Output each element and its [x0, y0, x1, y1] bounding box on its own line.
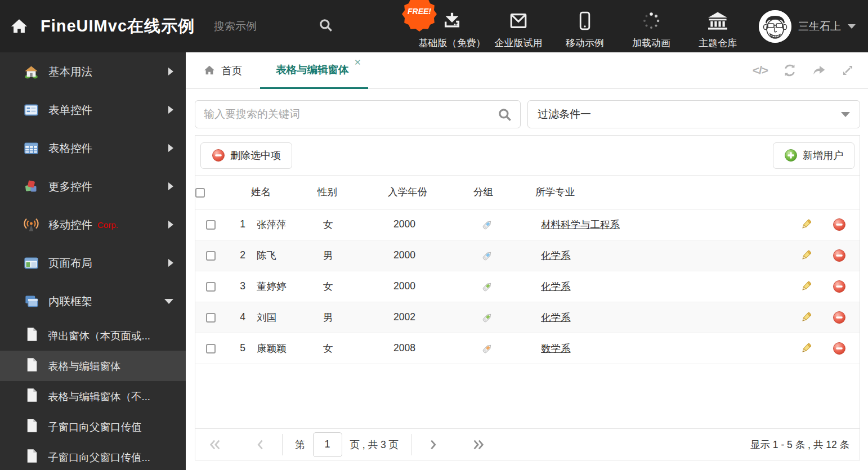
major-link[interactable]: 化学系: [541, 312, 571, 323]
sidebar-subitem-grid-edit-window-2[interactable]: 表格与编辑窗体（不...: [0, 381, 186, 411]
sidebar-subitem-label: 子窗口向父窗口传值...: [48, 450, 150, 464]
sidebar-subitem-popup-window[interactable]: 弹出窗体（本页面或...: [0, 320, 186, 351]
edit-icon[interactable]: [800, 218, 813, 231]
app-title: FineUIMvc在线示例: [41, 15, 195, 38]
free-badge: FREE!: [402, 0, 437, 32]
tab-grid-edit-window[interactable]: 表格与编辑窗体 ✕: [260, 52, 368, 89]
refresh-icon[interactable]: [782, 63, 797, 78]
avatar: [759, 10, 791, 43]
last-page-button[interactable]: [469, 438, 488, 451]
delete-selected-button[interactable]: 删除选中项: [200, 142, 292, 169]
sidebar-subitem-grid-edit-window[interactable]: 表格与编辑窗体: [0, 351, 186, 381]
sidebar-item-inline-frame[interactable]: 内联框架: [0, 282, 186, 320]
expand-icon[interactable]: [841, 64, 854, 77]
source-code-icon[interactable]: </>: [753, 64, 768, 77]
table-row[interactable]: 1 张萍萍 女 2000 材料科学与工程系: [195, 209, 860, 240]
filter-dropdown[interactable]: 过滤条件一: [527, 100, 860, 128]
sidebar-item-grid-controls[interactable]: 表格控件: [0, 129, 186, 167]
cell-name: 陈飞: [251, 240, 317, 271]
row-checkbox[interactable]: [206, 313, 216, 323]
next-page-button[interactable]: [424, 438, 443, 451]
share-icon[interactable]: [812, 63, 826, 78]
chevron-down-icon: [164, 299, 173, 304]
major-link[interactable]: 材料科学与工程系: [541, 219, 620, 230]
row-checkbox[interactable]: [206, 344, 216, 353]
delete-icon[interactable]: [833, 218, 846, 231]
row-checkbox[interactable]: [206, 282, 216, 292]
sidebar-item-label: 内联框架: [48, 294, 92, 309]
header-search-input[interactable]: [214, 20, 298, 33]
keyword-search-box: [195, 100, 521, 128]
delete-icon[interactable]: [833, 280, 846, 293]
tag-icon: [481, 218, 494, 231]
table-row[interactable]: 3 董婷婷 女 2000 化学系: [195, 271, 860, 302]
delete-icon[interactable]: [833, 342, 846, 355]
nav-item-enterprise-trial[interactable]: 企业版试用: [485, 3, 552, 50]
bank-icon: [707, 11, 728, 33]
keyword-search-input[interactable]: [204, 108, 494, 120]
major-link[interactable]: 化学系: [541, 250, 571, 261]
table-body: 1 张萍萍 女 2000 材料科学与工程系: [195, 209, 860, 364]
row-checkbox[interactable]: [206, 251, 216, 261]
edit-icon[interactable]: [800, 342, 813, 355]
search-icon[interactable]: [319, 18, 333, 35]
sidebar-item-basic-usage[interactable]: 基本用法: [0, 52, 186, 91]
sidebar-subitem-child-to-parent-2[interactable]: 子窗口向父窗口传值...: [0, 442, 186, 470]
app-window: FineUIMvc在线示例 FREE! 基础版（免费）: [0, 0, 868, 470]
sidebar-item-mobile-controls[interactable]: 移动控件 Corp.: [0, 205, 186, 244]
nav-item-mobile-demo[interactable]: 移动示例: [552, 3, 618, 50]
cell-year: 2000: [388, 271, 473, 302]
divider: [411, 434, 411, 455]
search-icon[interactable]: [498, 108, 512, 124]
edit-icon[interactable]: [800, 311, 813, 324]
main-content: 首页 表格与编辑窗体 ✕ </>: [186, 52, 868, 470]
major-link[interactable]: 化学系: [541, 281, 571, 292]
tab-bar: 首页 表格与编辑窗体 ✕ </>: [186, 52, 868, 89]
nav-label: 主题仓库: [699, 37, 737, 50]
chevron-right-icon: [168, 68, 173, 75]
nav-label: 加载动画: [632, 37, 670, 50]
delete-icon[interactable]: [833, 249, 846, 262]
page-number-input[interactable]: [313, 432, 342, 457]
row-index: 5: [226, 333, 251, 364]
tab-home[interactable]: 首页: [194, 52, 251, 89]
table-row[interactable]: 4 刘国 男 2002 化学系: [195, 302, 860, 333]
prev-page-button[interactable]: [250, 438, 270, 451]
nav-item-basic-free[interactable]: FREE! 基础版（免费）: [419, 3, 485, 50]
chevron-right-icon: [168, 182, 173, 190]
home-icon[interactable]: [9, 17, 29, 36]
delete-icon[interactable]: [833, 311, 846, 324]
sidebar-item-page-layout[interactable]: 页面布局: [0, 244, 186, 282]
spinner-icon: [642, 11, 661, 33]
nav-label: 移动示例: [566, 37, 604, 50]
column-index: [226, 176, 251, 209]
first-page-button[interactable]: [205, 438, 225, 451]
tab-label: 首页: [221, 64, 242, 78]
nav-item-theme-repo[interactable]: 主题仓库: [684, 3, 751, 50]
table-row[interactable]: 5 康颖颖 女 2008 数学系: [195, 333, 860, 364]
cell-gender: 男: [317, 302, 388, 333]
table-row[interactable]: 2 陈飞 男 2000 化学系: [195, 240, 860, 271]
edit-icon[interactable]: [800, 280, 813, 293]
user-menu[interactable]: 三生石上: [759, 10, 856, 43]
sidebar-item-form-controls[interactable]: 表单控件: [0, 91, 186, 129]
major-link[interactable]: 数学系: [541, 343, 571, 354]
close-icon[interactable]: ✕: [354, 57, 361, 68]
mail-icon: [508, 11, 529, 33]
add-user-button[interactable]: 新增用户: [773, 142, 854, 169]
download-icon: [442, 11, 462, 33]
cell-year: 2008: [388, 333, 473, 364]
edit-icon[interactable]: [800, 249, 813, 262]
nav-item-loading-animation[interactable]: 加载动画: [618, 3, 684, 50]
row-checkbox[interactable]: [206, 220, 216, 230]
sidebar-subitem-child-to-parent[interactable]: 子窗口向父窗口传值: [0, 411, 186, 442]
data-table: 姓名 性别 入学年份 分组 所学专业 1 张萍萍 女 2000: [195, 176, 860, 364]
row-index: 2: [226, 240, 251, 271]
cell-name: 董婷婷: [251, 271, 317, 302]
page-icon: [26, 327, 38, 344]
select-all-checkbox[interactable]: [195, 188, 205, 198]
row-index: 4: [226, 302, 251, 333]
sidebar-item-more-controls[interactable]: 更多控件: [0, 167, 186, 205]
sidebar-item-label: 表单控件: [48, 102, 92, 118]
app-header: FineUIMvc在线示例 FREE! 基础版（免费）: [0, 0, 868, 52]
